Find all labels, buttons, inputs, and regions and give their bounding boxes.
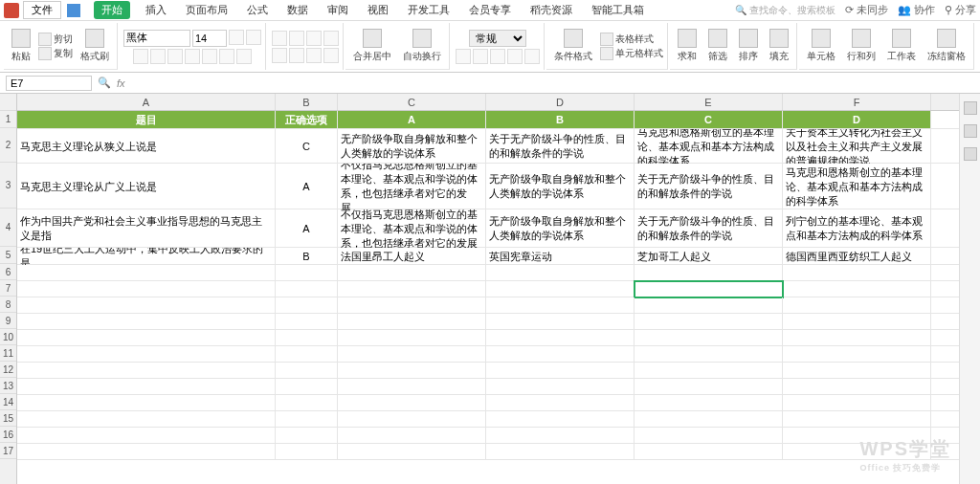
empty-cell[interactable]	[276, 428, 338, 444]
empty-cell[interactable]	[276, 346, 338, 363]
empty-cell[interactable]	[17, 265, 276, 281]
font-color-icon[interactable]	[202, 49, 217, 64]
empty-cell[interactable]	[276, 411, 338, 428]
empty-cell[interactable]	[486, 346, 635, 363]
empty-cell[interactable]	[783, 363, 931, 379]
empty-cell[interactable]	[635, 330, 783, 346]
empty-cell[interactable]	[635, 444, 783, 460]
panel-tool-icon[interactable]	[964, 147, 977, 161]
header-cell[interactable]: C	[635, 111, 783, 128]
empty-cell[interactable]	[635, 411, 783, 428]
italic-icon[interactable]	[150, 49, 166, 64]
data-cell[interactable]: 无产阶级争取自身解放和整个人类解放的学说体系	[338, 129, 486, 164]
empty-cell[interactable]	[338, 297, 486, 314]
tab-devtools[interactable]: 开发工具	[404, 1, 454, 19]
tab-view[interactable]: 视图	[364, 1, 392, 19]
data-cell[interactable]: A	[276, 164, 338, 209]
empty-cell[interactable]	[338, 428, 486, 444]
header-cell[interactable]: A	[338, 111, 486, 128]
empty-cell[interactable]	[783, 346, 931, 363]
data-cell[interactable]: 关于资本主义转化为社会主义以及社会主义和共产主义发展的普遍规律的学说	[783, 129, 931, 164]
strike-icon[interactable]	[185, 49, 200, 64]
empty-cell[interactable]	[783, 411, 931, 428]
empty-cell[interactable]	[338, 395, 486, 411]
empty-cell[interactable]	[635, 265, 783, 281]
empty-cell[interactable]	[635, 297, 783, 314]
data-cell[interactable]: 马克思和恩格斯创立的基本理论、基本观点和基本方法构成的科学体系	[783, 164, 931, 209]
data-cell[interactable]: 关于无产阶级斗争的性质、目的和解放条件的学说	[635, 164, 783, 209]
font-name-select[interactable]	[123, 30, 190, 47]
empty-cell[interactable]	[338, 281, 486, 297]
header-cell[interactable]: B	[486, 111, 635, 128]
data-cell[interactable]: 作为中国共产党和社会主义事业指导思想的马克思主义是指	[17, 209, 276, 248]
paste-button[interactable]: 粘贴	[8, 27, 34, 65]
data-cell[interactable]: 关于无产阶级斗争的性质、目的和解放条件的学说	[486, 129, 635, 164]
table-style-button[interactable]: 表格样式	[600, 33, 663, 46]
comma-icon[interactable]	[490, 49, 505, 64]
worksheet-button[interactable]: 工作表	[883, 27, 920, 65]
tab-formula[interactable]: 公式	[243, 1, 272, 19]
empty-cell[interactable]	[338, 314, 486, 330]
empty-cell[interactable]	[635, 428, 783, 444]
sum-button[interactable]: 求和	[674, 27, 701, 65]
empty-cell[interactable]	[635, 363, 783, 379]
sync-status[interactable]: ⟳ 未同步	[845, 3, 888, 17]
decimal-inc-icon[interactable]	[507, 49, 523, 64]
empty-cell[interactable]	[783, 314, 931, 330]
empty-cell[interactable]	[783, 265, 931, 281]
fx-icon[interactable]: 🔍	[98, 77, 111, 89]
name-box[interactable]	[6, 76, 92, 91]
empty-cell[interactable]	[17, 330, 276, 346]
align-left-icon[interactable]	[272, 48, 287, 63]
search-input[interactable]: 🔍 查找命令、搜索模板	[735, 4, 835, 17]
empty-cell[interactable]	[486, 265, 635, 281]
orientation-icon[interactable]	[323, 31, 339, 46]
empty-cell[interactable]	[486, 379, 635, 395]
data-cell[interactable]: 关于无产阶级斗争的性质、目的和解放条件的学说	[635, 209, 783, 248]
empty-cell[interactable]	[17, 281, 276, 297]
align-right-icon[interactable]	[306, 48, 322, 63]
border-icon[interactable]	[236, 49, 252, 64]
empty-cell[interactable]	[17, 411, 276, 428]
empty-cell[interactable]	[17, 395, 276, 411]
data-cell[interactable]: 法国里昂工人起义	[338, 248, 486, 265]
bold-icon[interactable]	[133, 49, 148, 64]
empty-cell[interactable]	[276, 363, 338, 379]
data-cell[interactable]: 无产阶级争取自身解放和整个人类解放的学说体系	[486, 164, 635, 209]
data-cell[interactable]: 不仅指马克思恩格斯创立的基本理论、基本观点和学说的体系，也包括继承者对它的发展。	[338, 164, 486, 209]
data-cell[interactable]: 芝加哥工人起义	[635, 248, 783, 265]
empty-cell[interactable]	[338, 444, 486, 460]
cond-format-button[interactable]: 条件格式	[550, 27, 596, 65]
empty-cell[interactable]	[486, 444, 635, 460]
empty-cell[interactable]	[276, 330, 338, 346]
empty-cell[interactable]	[17, 444, 276, 460]
empty-cell[interactable]	[486, 330, 635, 346]
empty-cell[interactable]	[17, 363, 276, 379]
cell-button[interactable]: 单元格	[803, 27, 839, 65]
empty-cell[interactable]	[276, 265, 338, 281]
font-size-select[interactable]	[192, 30, 227, 47]
data-cell[interactable]: 英国宪章运动	[486, 248, 635, 265]
cell-style-button[interactable]: 单元格样式	[600, 47, 663, 60]
data-cell[interactable]: 马克思和恩格斯创立的基本理论、基本观点和基本方法构成的科学体系	[635, 129, 783, 164]
tab-review[interactable]: 审阅	[323, 1, 352, 19]
empty-cell[interactable]	[276, 297, 338, 314]
decimal-dec-icon[interactable]	[524, 49, 540, 64]
data-cell[interactable]: 在19世纪三大工人运动中，集中反映工人政治要求的是	[17, 248, 276, 265]
filter-button[interactable]: 筛选	[704, 27, 731, 65]
indent-icon[interactable]	[323, 48, 339, 63]
tab-member[interactable]: 会员专享	[465, 1, 515, 19]
empty-cell[interactable]	[338, 330, 486, 346]
cut-button[interactable]: 剪切	[38, 33, 73, 46]
formula-input[interactable]	[131, 73, 980, 93]
tab-data[interactable]: 数据	[283, 1, 312, 19]
empty-cell[interactable]	[486, 411, 635, 428]
data-cell[interactable]: 列宁创立的基本理论、基本观点和基本方法构成的科学体系	[783, 209, 931, 248]
format-painter-button[interactable]: 格式刷	[77, 27, 113, 65]
empty-cell[interactable]	[635, 346, 783, 363]
tab-start[interactable]: 开始	[94, 1, 130, 19]
header-cell[interactable]: 题目	[17, 111, 276, 128]
empty-cell[interactable]	[17, 379, 276, 395]
empty-cell[interactable]	[486, 297, 635, 314]
align-top-icon[interactable]	[272, 31, 287, 46]
